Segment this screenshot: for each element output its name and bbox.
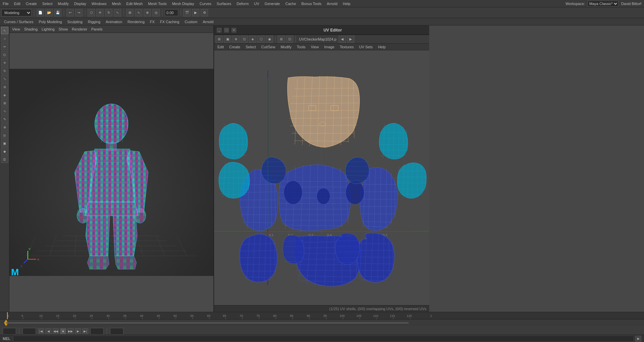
menu-uv[interactable]: UV [254,2,259,6]
tab-fx[interactable]: FX [147,19,157,24]
menu-display[interactable]: Display [74,2,86,6]
select-mode-btn[interactable]: ↖ [1,27,8,34]
uv-minimize-btn[interactable]: _ [217,28,221,33]
rotate-tool-btn[interactable]: ↻ [105,9,112,16]
open-btn[interactable]: 📂 [45,9,53,16]
rotate-btn[interactable]: ↻ [1,67,8,74]
render-btn[interactable]: 🎬 [183,9,191,16]
outliner-btn[interactable]: ☰ [1,156,8,163]
lasso-btn[interactable]: ⊹ [1,35,8,42]
show-manipulator-btn[interactable]: ⊞ [1,99,8,107]
hypershade-btn[interactable]: ◆ [1,148,8,155]
mel-input[interactable] [13,336,634,342]
uv-menu-view[interactable]: View [309,45,321,49]
uv-snap-btn[interactable]: ⊕ [232,36,240,43]
menu-curves[interactable]: Curves [200,2,211,6]
menu-create[interactable]: Create [26,2,37,6]
uv-menu-textures[interactable]: Textures [338,45,356,49]
menu-help[interactable]: Help [343,2,351,6]
render-view-btn[interactable]: ▣ [1,139,8,147]
select-tool-btn[interactable]: ⬡ [88,9,95,16]
uv-menu-tools[interactable]: Tools [295,45,308,49]
menu-windows[interactable]: Windows [92,2,107,6]
prev-frame-btn[interactable]: ◀ [45,328,51,334]
uv-tex-next-btn[interactable]: ▶ [347,36,354,43]
new-scene-btn[interactable]: 📄 [37,9,44,16]
menu-arnold[interactable]: Arnold [327,2,338,6]
universal-btn[interactable]: ⊛ [1,83,8,91]
vp-panels-menu[interactable]: Panels [91,27,103,31]
uv-close-btn[interactable]: ✕ [232,28,236,33]
vp-show-menu[interactable]: Show [59,27,68,31]
3d-viewport[interactable]: View Shading Lighting Show Renderer Pane… [9,25,214,312]
uv-menu-cutsew[interactable]: Cut/Sew [259,45,278,49]
workspace-select[interactable]: Maya Classic* [588,1,618,7]
sculpt-btn[interactable]: ⌬ [1,51,8,58]
uv-menu-select[interactable]: Select [244,45,258,49]
tab-curves-surfaces[interactable]: Curves / Surfaces [1,19,36,24]
snap-point-btn[interactable]: ⊕ [144,9,151,16]
uv-frame-sel-btn[interactable]: ▣ [224,36,231,43]
play-back-btn[interactable]: ◀◀ [53,328,59,334]
tab-custom[interactable]: Custom [182,19,200,24]
scale-tool-btn[interactable]: ⤡ [114,9,121,16]
next-frame-btn[interactable]: ▶ [75,328,81,334]
move-btn[interactable]: ✛ [1,59,8,66]
menu-file[interactable]: File [3,2,9,6]
menu-surfaces[interactable]: Surfaces [217,2,231,6]
uv-menu-help[interactable]: Help [376,45,388,49]
tab-rendering[interactable]: Rendering [125,19,147,24]
uv-grid-btn[interactable]: ⊡ [241,36,248,43]
snap-curve-btn[interactable]: ∿ [135,9,142,16]
menu-edit[interactable]: Edit [14,2,20,6]
soft-mod-btn[interactable]: ◈ [1,91,8,99]
mode-select[interactable]: Modeling [1,9,32,16]
undo-btn[interactable]: ↩ [66,9,74,16]
tab-sculpting[interactable]: Sculpting [65,19,85,24]
snap-surface-btn[interactable]: ◎ [152,9,160,16]
vp-shading-menu[interactable]: Shading [24,27,38,31]
snap-grid-btn[interactable]: ⊞ [126,9,134,16]
menu-generate[interactable]: Generate [264,2,280,6]
menu-bonus-tools[interactable]: Bonus Tools [301,2,321,6]
stop-btn[interactable]: ■ [60,328,66,334]
uv-frame-all-btn[interactable]: ⊞ [215,36,223,43]
xray-btn[interactable]: ◎ [1,131,8,139]
menu-mesh-display[interactable]: Mesh Display [172,2,194,6]
ipr-btn[interactable]: ▶ [192,9,199,16]
uv-maximize-btn[interactable]: □ [224,28,229,33]
save-btn[interactable]: 💾 [54,9,61,16]
scale-btn[interactable]: ⤡ [1,75,8,82]
uv-menu-uvsets[interactable]: UV Sets [357,45,375,49]
vp-view-menu[interactable]: View [12,27,20,31]
annotation-btn[interactable]: ✎ [1,115,8,123]
uv-checker2-btn[interactable]: ⊡ [286,36,293,43]
measure-btn[interactable]: ⊕ [1,123,8,131]
uv-menu-create[interactable]: Create [227,45,242,49]
move-tool-btn[interactable]: ✛ [96,9,104,16]
range-end-input[interactable]: 200 [90,328,104,335]
current-frame-input[interactable]: 1 [3,328,16,335]
menu-modify[interactable]: Modify [58,2,68,6]
tab-poly-modeling[interactable]: Poly Modeling [36,19,64,24]
uv-tex-prev-btn[interactable]: ◀ [339,36,346,43]
uv-tex-btn[interactable]: ⊞ [278,36,285,43]
tab-rigging[interactable]: Rigging [85,19,103,24]
menu-select[interactable]: Select [42,2,53,6]
next-key-btn[interactable]: ▶| [82,328,88,334]
vp-lighting-menu[interactable]: Lighting [42,27,55,31]
tab-arnold[interactable]: Arnold [200,19,216,24]
uv-menu-edit[interactable]: Edit [215,45,226,49]
uv-shaded-btn[interactable]: ◉ [266,36,273,43]
menu-cache[interactable]: Cache [285,2,296,6]
uv-distort-btn[interactable]: ◈ [249,36,256,43]
menu-deform[interactable]: Deform [237,2,249,6]
render-settings-btn[interactable]: ⚙ [201,9,208,16]
tab-fx-caching[interactable]: FX Caching [157,19,182,24]
curve-tool-btn[interactable]: ∿ [1,107,8,115]
paint-btn[interactable]: ✏ [1,43,8,50]
menu-edit-mesh[interactable]: Edit Mesh [126,2,143,6]
timeline-track[interactable] [0,320,644,326]
value-input[interactable] [165,9,178,16]
end-frame-input[interactable]: 120 [110,328,123,335]
